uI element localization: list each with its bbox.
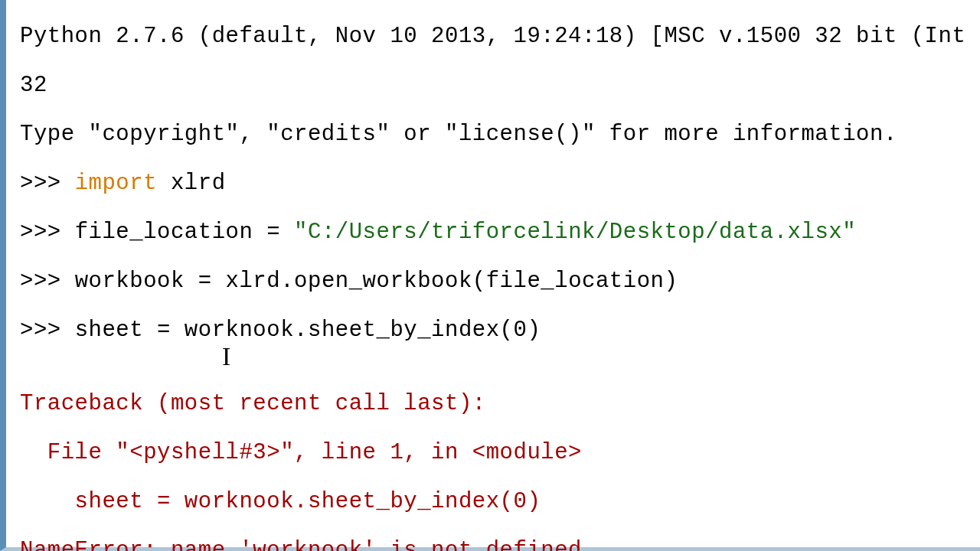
keyword-import: import	[75, 171, 157, 196]
code-text: file_location =	[75, 220, 294, 245]
input-line-4: >>> sheet = worknook.sheet_by_index(0)	[20, 318, 980, 343]
traceback-line-4: NameError: name 'worknook' is not define…	[20, 539, 980, 551]
code-text: xlrd	[157, 171, 226, 196]
banner-line-3: Type "copyright", "credits" or "license(…	[20, 122, 980, 147]
traceback-line-1: Traceback (most recent call last):	[20, 392, 980, 416]
mouse-ibeam-icon: I	[222, 344, 231, 369]
traceback-line-2: File "<pyshell#3>", line 1, in <module>	[20, 441, 980, 465]
code-text: sheet = worknook.sheet_by_index(0)	[75, 318, 541, 343]
banner-line-2: 32	[20, 73, 980, 98]
input-line-1: >>> import xlrd	[20, 171, 980, 196]
prompt: >>>	[20, 220, 75, 245]
code-text: workbook = xlrd.open_workbook(file_locat…	[75, 269, 678, 294]
python-shell[interactable]: Python 2.7.6 (default, Nov 10 2013, 19:2…	[0, 0, 980, 551]
prompt: >>>	[20, 269, 75, 294]
banner-line-1: Python 2.7.6 (default, Nov 10 2013, 19:2…	[20, 24, 980, 49]
prompt: >>>	[20, 318, 75, 343]
traceback-line-3: sheet = worknook.sheet_by_index(0)	[20, 490, 980, 514]
prompt: >>>	[20, 171, 75, 196]
input-line-2: >>> file_location = "C:/Users/triforceli…	[20, 220, 980, 245]
string-literal: "C:/Users/triforcelink/Desktop/data.xlsx…	[294, 220, 856, 245]
input-line-3: >>> workbook = xlrd.open_workbook(file_l…	[20, 269, 980, 294]
